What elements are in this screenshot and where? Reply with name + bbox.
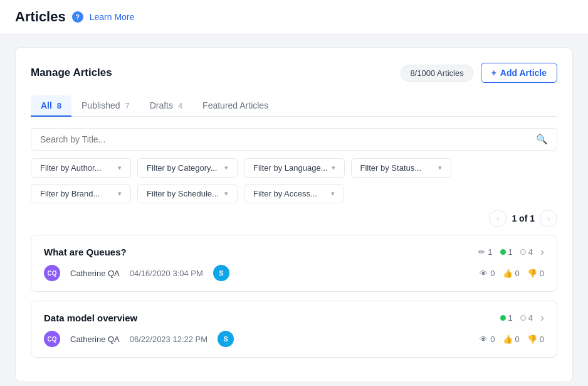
chevron-down-icon: ▾ [331, 190, 335, 198]
filter-author-label: Filter by Author... [40, 163, 102, 173]
learn-more-link[interactable]: Learn More [90, 12, 135, 22]
article-stats-1: 👁 0 👍 0 👎 0 [480, 269, 544, 278]
filter-status-label: Filter by Status... [360, 163, 422, 173]
tab-all-label: All [41, 100, 55, 110]
thumbs-up-stat-2: 👍 0 [503, 335, 520, 344]
filter-access[interactable]: Filter by Access... ▾ [244, 184, 344, 203]
chevron-down-icon: ▾ [224, 164, 228, 172]
article-meta-right-1: ✏ 1 1 4 › [478, 245, 544, 259]
article-title-2[interactable]: Data model overview [44, 313, 137, 323]
filter-access-label: Filter by Access... [253, 189, 317, 198]
thumbs-down-icon: 👎 [527, 335, 537, 344]
filter-category-label: Filter by Category... [147, 163, 217, 173]
article-card-2: Data model overview 1 4 › CQ Catherine Q… [31, 301, 557, 358]
search-input[interactable] [40, 134, 536, 144]
chevron-down-icon: ▾ [224, 190, 228, 198]
tab-drafts-label: Drafts [150, 100, 176, 110]
article-bottom-1: CQ Catherine QA 04/16/2020 3:04 PM S 👁 0… [44, 265, 544, 281]
pagination-text: 1 of 1 [512, 213, 535, 223]
thumbs-down-stat-1: 👎 0 [527, 269, 544, 278]
article-draft-count-1: 4 [520, 247, 533, 257]
help-icon[interactable]: ? [72, 11, 83, 23]
article-draft-count-2: 4 [520, 313, 533, 323]
article-lang-badge-2[interactable]: S [218, 331, 234, 347]
pagination-prev-button[interactable]: ‹ [489, 210, 507, 227]
tab-all-count: 8 [57, 101, 61, 110]
dot-empty-icon [520, 315, 526, 321]
views-stat-1: 👁 0 [480, 269, 495, 278]
tab-drafts[interactable]: Drafts 4 [140, 95, 192, 117]
article-chevron-right-1[interactable]: › [540, 245, 544, 259]
chevron-down-icon: ▾ [438, 164, 442, 172]
filter-schedule-label: Filter by Schedule... [147, 189, 219, 198]
page-header: Articles ? Learn More [0, 0, 588, 35]
article-published-count-1: 1 [500, 247, 513, 257]
article-top-1: What are Queues? ✏ 1 1 4 › [44, 245, 544, 259]
search-icon: 🔍 [536, 134, 548, 145]
plus-icon: + [491, 68, 496, 78]
article-chevron-right-2[interactable]: › [540, 311, 544, 324]
tabs-bar: All 8 Published 7 Drafts 4 Featured Arti… [31, 95, 557, 117]
filters-row-2: Filter by Brand... ▾ Filter by Schedule.… [31, 184, 557, 203]
article-published-count-2: 1 [500, 313, 513, 323]
author-avatar-2: CQ [44, 331, 60, 347]
thumbs-up-icon: 👍 [503, 335, 513, 344]
search-bar: 🔍 [31, 128, 557, 151]
card-title: Manage Articles [31, 67, 112, 79]
filter-brand[interactable]: Filter by Brand... ▾ [31, 184, 131, 203]
page-title: Articles [15, 9, 66, 25]
filters-row-1: Filter by Author... ▾ Filter by Category… [31, 158, 557, 178]
filter-status[interactable]: Filter by Status... ▾ [351, 158, 451, 178]
pagination-row: ‹ 1 of 1 › [31, 210, 557, 227]
eye-icon: 👁 [480, 335, 488, 344]
filter-language-label: Filter by Language... [253, 163, 328, 173]
author-name-1: Catherine QA [70, 269, 120, 278]
pencil-icon: ✏ [478, 247, 485, 257]
tab-published-label: Published [81, 100, 122, 110]
article-card-1: What are Queues? ✏ 1 1 4 › [31, 235, 557, 292]
article-date-1: 04/16/2020 3:04 PM [130, 269, 203, 278]
filter-author[interactable]: Filter by Author... ▾ [31, 158, 131, 178]
pagination-next-button[interactable]: › [540, 210, 557, 227]
article-lang-badge-1[interactable]: S [213, 265, 229, 281]
thumbs-up-icon: 👍 [503, 269, 513, 278]
article-bottom-2: CQ Catherine QA 06/22/2023 12:22 PM S 👁 … [44, 331, 544, 347]
filter-category[interactable]: Filter by Category... ▾ [137, 158, 238, 178]
tab-featured-articles-label: Featured Articles [202, 100, 268, 110]
add-article-button[interactable]: + Add Article [481, 63, 557, 83]
author-name-2: Catherine QA [70, 335, 120, 344]
views-stat-2: 👁 0 [480, 335, 495, 344]
tab-featured-articles[interactable]: Featured Articles [192, 95, 278, 117]
article-top-2: Data model overview 1 4 › [44, 311, 544, 324]
thumbs-down-icon: 👎 [527, 269, 537, 278]
chevron-down-icon: ▾ [332, 164, 335, 172]
articles-count-badge: 8/1000 Articles [401, 65, 473, 82]
manage-articles-card: Manage Articles 8/1000 Articles + Add Ar… [15, 47, 573, 382]
eye-icon: 👁 [480, 269, 488, 278]
thumbs-down-stat-2: 👎 0 [527, 335, 544, 344]
article-meta-right-2: 1 4 › [500, 311, 544, 324]
chevron-down-icon: ▾ [118, 164, 122, 172]
chevron-down-icon: ▾ [118, 190, 122, 198]
article-stats-2: 👁 0 👍 0 👎 0 [480, 335, 544, 344]
tab-published-count: 7 [125, 101, 129, 110]
card-header: Manage Articles 8/1000 Articles + Add Ar… [31, 63, 557, 83]
author-avatar-1: CQ [44, 265, 60, 281]
article-edits-1: ✏ 1 [478, 247, 492, 257]
tab-published[interactable]: Published 7 [71, 95, 140, 117]
dot-green-icon [500, 315, 506, 321]
thumbs-up-stat-1: 👍 0 [503, 269, 520, 278]
article-date-2: 06/22/2023 12:22 PM [130, 335, 207, 344]
filter-language[interactable]: Filter by Language... ▾ [244, 158, 345, 178]
dot-empty-icon [520, 249, 526, 255]
tab-drafts-count: 4 [178, 101, 182, 110]
main-content: Manage Articles 8/1000 Articles + Add Ar… [0, 35, 588, 386]
tab-all[interactable]: All 8 [31, 95, 71, 117]
filter-brand-label: Filter by Brand... [40, 189, 100, 198]
dot-green-icon [500, 249, 506, 255]
article-title-1[interactable]: What are Queues? [44, 247, 127, 257]
add-article-label: Add Article [500, 68, 547, 78]
filter-schedule[interactable]: Filter by Schedule... ▾ [137, 184, 238, 203]
card-header-right: 8/1000 Articles + Add Article [401, 63, 557, 83]
